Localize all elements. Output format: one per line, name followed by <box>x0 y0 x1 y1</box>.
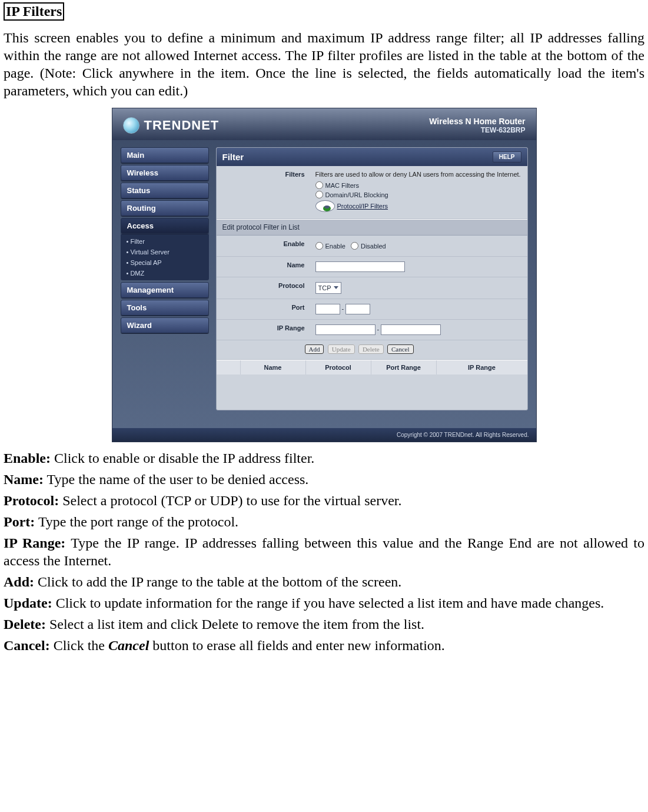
edit-section-header: Edit protocol Filter in List <box>217 219 527 236</box>
radio-icon <box>315 242 323 250</box>
panel-header: Filter HELP <box>217 148 527 166</box>
enable-label: Enable <box>217 236 311 252</box>
radio-icon-selected <box>315 200 335 212</box>
port-to-input[interactable] <box>345 304 370 314</box>
nav-wireless[interactable]: Wireless <box>121 165 209 181</box>
filters-label: Filters <box>217 166 311 183</box>
radio-domain-blocking[interactable]: Domain/URL Blocking <box>315 191 523 198</box>
desc-iprange: IP Range: Type the IP range. IP addresse… <box>4 534 644 569</box>
th-blank <box>217 360 241 374</box>
add-button[interactable]: Add <box>305 344 324 354</box>
desc-protocol: Protocol: Select a protocol (TCP or UDP)… <box>4 492 644 509</box>
desc-port: Port: Type the port range of the protoco… <box>4 513 644 531</box>
th-ip-range: IP Range <box>437 360 527 374</box>
table-empty-area <box>217 374 527 410</box>
subnav-filter[interactable]: Filter <box>127 236 209 247</box>
nav-tools[interactable]: Tools <box>121 300 209 316</box>
header-bar: TRENDNET Wireless N Home Router TEW-632B… <box>112 108 536 140</box>
iprange-label: IP Range <box>217 320 311 336</box>
name-input[interactable] <box>315 261 405 272</box>
radio-label: Disabled <box>361 243 386 250</box>
radio-label: Enable <box>325 243 345 250</box>
page-title: IP Filters <box>4 2 64 21</box>
radio-protocol-ip-filters[interactable]: Protocol/IP Filters <box>315 200 523 212</box>
nav-status[interactable]: Status <box>121 183 209 198</box>
nav-routing[interactable]: Routing <box>121 200 209 216</box>
update-button[interactable]: Update <box>328 344 355 354</box>
product-name: Wireless N Home Router TEW-632BRP <box>429 117 525 134</box>
name-label: Name <box>217 257 311 273</box>
dash-separator: - <box>377 326 380 333</box>
port-label: Port <box>217 299 311 316</box>
radio-label: MAC Filters <box>325 182 359 189</box>
nav-management[interactable]: Management <box>121 282 209 298</box>
brand-text: TRENDNET <box>144 118 220 133</box>
desc-name: Name: Type the name of the user to be de… <box>4 470 644 488</box>
delete-button[interactable]: Delete <box>358 344 384 354</box>
product-line1: Wireless N Home Router <box>429 117 525 126</box>
desc-update: Update: Click to update information for … <box>4 594 644 612</box>
cancel-button[interactable]: Cancel <box>387 344 414 354</box>
panel-title: Filter <box>222 152 244 162</box>
radio-label: Domain/URL Blocking <box>325 191 388 198</box>
th-name: Name <box>241 360 306 374</box>
sidebar-nav: Main Wireless Status Routing Access Filt… <box>121 147 209 335</box>
ip-from-input[interactable] <box>315 324 375 335</box>
router-admin-screenshot: TRENDNET Wireless N Home Router TEW-632B… <box>112 108 537 442</box>
nav-access[interactable]: Access <box>121 218 209 234</box>
port-from-input[interactable] <box>315 304 340 314</box>
brand: TRENDNET <box>123 117 220 134</box>
brand-logo-icon <box>123 117 139 134</box>
radio-icon <box>315 181 323 189</box>
radio-mac-filters[interactable]: MAC Filters <box>315 181 523 189</box>
product-model: TEW-632BRP <box>429 126 525 134</box>
intro-paragraph: This screen enables you to define a mini… <box>4 29 644 100</box>
filters-note: Filters are used to allow or deny LAN us… <box>315 171 523 178</box>
protocol-label: Protocol <box>217 277 311 294</box>
footer-copyright: Copyright © 2007 TRENDnet. All Rights Re… <box>112 428 536 442</box>
radio-label: Protocol/IP Filters <box>337 203 388 210</box>
nav-main[interactable]: Main <box>121 147 209 163</box>
subnav-special-ap[interactable]: Special AP <box>127 257 209 268</box>
th-protocol: Protocol <box>306 360 371 374</box>
nav-access-sub: Filter Virtual Server Special AP DMZ <box>121 234 209 280</box>
protocol-select[interactable]: TCP <box>315 282 341 294</box>
dash-separator: - <box>342 305 344 312</box>
subnav-dmz[interactable]: DMZ <box>127 268 209 279</box>
help-button[interactable]: HELP <box>493 151 521 163</box>
desc-enable: Enable: Click to enable or disable the I… <box>4 449 644 467</box>
desc-cancel: Cancel: Click the Cancel button to erase… <box>4 637 644 654</box>
desc-add: Add: Click to add the IP range to the ta… <box>4 573 644 591</box>
th-port-range: Port Range <box>371 360 437 374</box>
radio-icon <box>351 242 358 250</box>
filter-table-header: Name Protocol Port Range IP Range <box>217 360 527 374</box>
filter-panel: Filter HELP Filters Filters are used to … <box>216 147 528 410</box>
subnav-virtual-server[interactable]: Virtual Server <box>127 247 209 257</box>
radio-enable[interactable]: Enable <box>315 242 345 250</box>
nav-wizard[interactable]: Wizard <box>121 317 209 333</box>
radio-icon <box>315 191 323 198</box>
radio-disabled[interactable]: Disabled <box>351 242 386 250</box>
ip-to-input[interactable] <box>381 324 441 335</box>
desc-delete: Delete: Select a list item and click Del… <box>4 615 644 633</box>
